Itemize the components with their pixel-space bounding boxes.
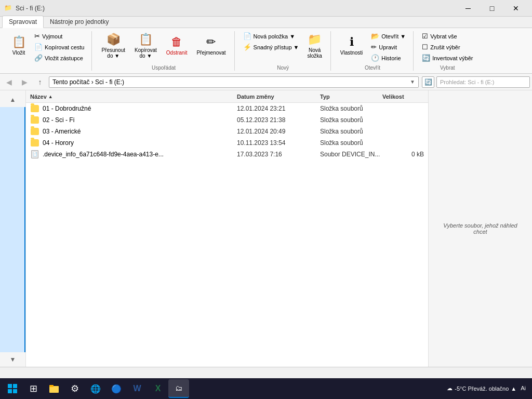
col-size-header[interactable]: Velikost bbox=[382, 94, 424, 100]
new-buttons: 📄 Nová položka ▼ ⚡ Snadný přístup ▼ 📁 No… bbox=[240, 31, 326, 64]
otevrit-button[interactable]: 📂 Otevřít ▼ bbox=[368, 31, 409, 42]
scroll-up-button[interactable]: ▲ bbox=[10, 95, 16, 105]
edit-icon: ✏ bbox=[371, 43, 377, 51]
search-box[interactable]: Prohledat: Sci - fi (E:) bbox=[436, 76, 530, 88]
file-date: 12.01.2024 20:49 bbox=[237, 128, 320, 135]
clock-widget[interactable]: Ai bbox=[521, 384, 526, 392]
open-small-buttons: 📂 Otevřít ▼ ✏ Upravit 🕐 Historie bbox=[368, 31, 409, 63]
back-button[interactable]: ◀ bbox=[2, 76, 16, 88]
active-app-taskbar-button[interactable]: 🗂 bbox=[168, 379, 189, 398]
properties-icon: ℹ bbox=[350, 35, 354, 49]
sort-arrow-icon: ▲ bbox=[48, 94, 53, 99]
refresh-button[interactable]: 🔄 bbox=[422, 76, 434, 88]
select-label: Vybrat bbox=[440, 65, 455, 71]
select-all-icon: ☑ bbox=[422, 32, 428, 40]
ribbon-tabs: Spravovat Nástroje pro jednotky bbox=[0, 17, 532, 28]
organize-label: Uspořádat bbox=[152, 65, 176, 71]
select-small-buttons: ☑ Vybrat vše ☐ Zrušit výběr 🔄 Invertovat… bbox=[419, 31, 476, 63]
historie-button[interactable]: 🕐 Historie bbox=[368, 53, 409, 63]
window-title: Sci - fi (E:) bbox=[16, 5, 456, 12]
sidebar-nav: ▲ ▼ bbox=[0, 90, 26, 367]
file-name: 02 - Sci - Fi bbox=[43, 116, 237, 124]
folder-icon bbox=[30, 115, 39, 125]
file-explorer-taskbar-button[interactable] bbox=[44, 379, 64, 398]
file-row[interactable]: 📄 .device_info_6a71c648-fd9e-4aea-a413-e… bbox=[26, 149, 428, 160]
nova-slozka-button[interactable]: 📁 Nová složka bbox=[303, 31, 326, 60]
settings-taskbar-button[interactable]: ⚙ bbox=[64, 379, 85, 398]
svg-rect-2 bbox=[8, 389, 12, 393]
taskbar-ai-text: Ai bbox=[521, 384, 526, 392]
taskbar-right: ☁ -5°C Převáž. oblačno ▲ Ai bbox=[447, 384, 530, 392]
up-button[interactable]: ↑ bbox=[33, 76, 47, 88]
file-date: 05.12.2023 21:38 bbox=[237, 116, 320, 124]
snadny-pristup-button[interactable]: ⚡ Snadný přístup ▼ bbox=[240, 42, 302, 52]
nova-polozka-button[interactable]: 📄 Nová položka ▼ bbox=[240, 31, 302, 42]
folder-icon bbox=[30, 127, 39, 136]
move-icon: 📦 bbox=[107, 33, 121, 46]
title-bar-controls: ─ □ ✕ bbox=[456, 0, 528, 17]
presunout-button[interactable]: 📦 Přesunout do ▼ bbox=[97, 31, 129, 60]
weather-icon: ☁ bbox=[447, 385, 453, 392]
file-row[interactable]: 01 - Dobrodružné 12.01.2024 23:21 Složka… bbox=[26, 103, 428, 114]
vybrat-vse-button[interactable]: ☑ Vybrat vše bbox=[419, 31, 476, 42]
delete-icon: 🗑 bbox=[171, 35, 182, 49]
file-name: 01 - Dobrodružné bbox=[43, 105, 237, 112]
file-header: Název ▲ Datum změny Typ Velikost bbox=[26, 90, 428, 103]
expand-icon[interactable]: ▲ bbox=[511, 385, 516, 392]
chrome-taskbar-button[interactable]: 🔵 bbox=[106, 379, 127, 398]
task-view-button[interactable]: ⊞ bbox=[23, 379, 44, 398]
zrusit-vyber-button[interactable]: ☐ Zrušit výběr bbox=[419, 42, 476, 52]
close-button[interactable]: ✕ bbox=[504, 0, 528, 17]
svg-rect-0 bbox=[8, 384, 12, 388]
kopirovat-button[interactable]: 📋 Kopírovat do ▼ bbox=[130, 31, 161, 60]
col-type-header[interactable]: Typ bbox=[320, 94, 382, 100]
vlozit-zastupce-button[interactable]: 🔗 Vložit zástupce bbox=[31, 53, 87, 63]
vyjmout-button[interactable]: ✂ Vyjmout bbox=[31, 31, 87, 42]
file-type: Složka souborů bbox=[320, 139, 382, 147]
file-type: Složka souborů bbox=[320, 105, 382, 112]
col-name-header[interactable]: Název ▲ bbox=[30, 94, 237, 100]
folder-icon bbox=[30, 138, 39, 148]
window-icon: 📁 bbox=[4, 4, 12, 12]
vlozit-button[interactable]: 📋 Vložit bbox=[7, 31, 30, 60]
minimize-button[interactable]: ─ bbox=[456, 0, 480, 17]
nav-indicator bbox=[0, 107, 25, 352]
deselect-icon: ☐ bbox=[422, 43, 428, 51]
file-icon: 📄 bbox=[30, 150, 39, 159]
invert-selection-icon: 🔄 bbox=[422, 54, 430, 62]
file-row[interactable]: 02 - Sci - Fi 05.12.2023 21:38 Složka so… bbox=[26, 114, 428, 126]
edge-taskbar-button[interactable]: 🌐 bbox=[85, 379, 106, 398]
word-taskbar-button[interactable]: W bbox=[127, 379, 148, 398]
excel-taskbar-button[interactable]: X bbox=[148, 379, 168, 398]
scroll-down-button[interactable]: ▼ bbox=[10, 354, 16, 365]
tab-nastroje[interactable]: Nástroje pro jednotky bbox=[44, 16, 115, 28]
start-button[interactable] bbox=[2, 379, 23, 398]
content-area: ▲ ▼ Název ▲ Datum změny Typ Velikost bbox=[0, 90, 532, 367]
copy-icon: 📋 bbox=[139, 33, 153, 46]
ribbon-group-open: ℹ Vlastnosti 📂 Otevřít ▼ ✏ Upravit 🕐 His… bbox=[332, 31, 414, 71]
col-date-header[interactable]: Datum změny bbox=[237, 94, 320, 100]
forward-button[interactable]: ▶ bbox=[18, 76, 31, 88]
upravit-button[interactable]: ✏ Upravit bbox=[368, 42, 409, 52]
file-explorer-icon bbox=[48, 383, 60, 394]
kopirovat-cestu-button[interactable]: 📄 Kopírovat cestu bbox=[31, 42, 87, 52]
file-row[interactable]: 03 - Americké 12.01.2024 20:49 Složka so… bbox=[26, 126, 428, 137]
tab-spravovat[interactable]: Spravovat bbox=[2, 16, 44, 28]
file-explorer-window: 📁 Sci - fi (E:) ─ □ ✕ Spravovat Nástroje… bbox=[0, 0, 532, 378]
file-date: 10.11.2023 13:54 bbox=[237, 139, 320, 147]
file-list: 01 - Dobrodružné 12.01.2024 23:21 Složka… bbox=[26, 103, 428, 367]
address-bar[interactable]: Tento počítač › Sci - fi (E:) ▼ bbox=[49, 76, 419, 88]
invertovat-vyber-button[interactable]: 🔄 Invertovat výběr bbox=[419, 53, 476, 63]
file-type: Soubor DEVICE_IN... bbox=[320, 151, 382, 158]
weather-text: -5°C Převáž. oblačno bbox=[455, 385, 509, 392]
maximize-button[interactable]: □ bbox=[480, 0, 504, 17]
address-chevron-icon[interactable]: ▼ bbox=[410, 79, 415, 85]
prejmenovat-button[interactable]: ✏ Přejmenovat bbox=[192, 31, 230, 60]
clipboard-buttons: 📋 Vložit ✂ Vyjmout 📄 Kopírovat cestu 🔗 V… bbox=[7, 31, 87, 70]
weather-widget[interactable]: ☁ -5°C Převáž. oblačno ▲ bbox=[447, 385, 516, 392]
odstranit-button[interactable]: 🗑 Odstranit bbox=[162, 31, 192, 60]
vlastnosti-button[interactable]: ℹ Vlastnosti bbox=[336, 31, 367, 60]
svg-rect-5 bbox=[49, 385, 54, 387]
svg-rect-1 bbox=[13, 384, 17, 388]
file-row[interactable]: 04 - Horory 10.11.2023 13:54 Složka soub… bbox=[26, 137, 428, 149]
